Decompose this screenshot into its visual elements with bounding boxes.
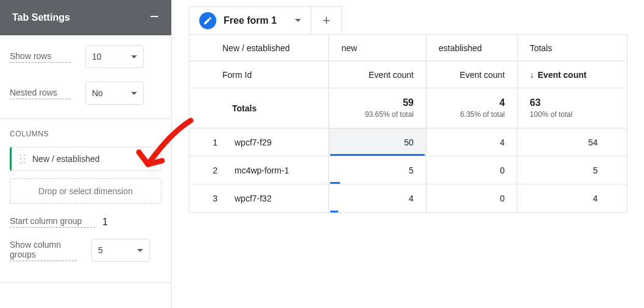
cell-total: 5 xyxy=(593,166,598,175)
show-rows-label: Show rows xyxy=(10,51,71,63)
column-chip-new-established[interactable]: New / established xyxy=(10,147,161,171)
metric-header-est[interactable]: Event count xyxy=(460,70,505,80)
cell-new: 5 xyxy=(409,166,414,175)
totals-total-count: 63 xyxy=(530,97,541,108)
start-column-group-value: 1 xyxy=(102,217,108,228)
bar-indicator xyxy=(330,182,340,184)
table-row[interactable]: 3wpcf7-f32 4 0 4 xyxy=(189,184,627,212)
dimension-header: New / established xyxy=(222,43,290,53)
cell-total: 4 xyxy=(593,194,598,203)
bar-indicator xyxy=(330,211,338,212)
add-tab-button[interactable]: + xyxy=(311,6,342,34)
nested-rows-label: Nested rows xyxy=(10,88,71,99)
col-header-established[interactable]: established xyxy=(439,43,482,53)
table-row[interactable]: 1wpcf7-f29 50 4 54 xyxy=(189,128,627,156)
show-rows-value: 10 xyxy=(92,52,102,61)
show-column-groups-value: 5 xyxy=(98,245,103,255)
nested-rows-value: No xyxy=(92,88,103,98)
edit-icon xyxy=(199,12,216,29)
form-id: mc4wp-form-1 xyxy=(235,166,289,175)
arrow-down-icon: ↓ xyxy=(530,70,534,80)
cell-new: 4 xyxy=(409,194,414,203)
report-area: Free form 1 + New / established new esta… xyxy=(189,6,628,213)
metric-header-new[interactable]: Event count xyxy=(369,70,414,80)
tab-settings-panel: Tab Settings − Show rows 10 Nested rows … xyxy=(0,0,172,308)
totals-total-pct: 100% of total xyxy=(530,110,573,119)
row-index: 1 xyxy=(208,138,218,147)
bar-indicator xyxy=(330,154,425,156)
tab-free-form-1[interactable]: Free form 1 xyxy=(189,6,311,34)
sort-column[interactable]: ↓ Event count xyxy=(530,70,587,80)
collapse-icon[interactable]: − xyxy=(150,9,159,27)
col-header-totals: Totals xyxy=(530,43,553,53)
chevron-down-icon xyxy=(137,249,143,252)
totals-label: Totals xyxy=(232,103,257,113)
chevron-down-icon[interactable] xyxy=(295,19,301,22)
drag-handle-icon[interactable] xyxy=(19,153,26,164)
tab-strip: Free form 1 + xyxy=(189,6,628,34)
totals-new-pct: 93.65% of total xyxy=(365,110,414,119)
row-index: 3 xyxy=(208,194,218,203)
panel-header: Tab Settings − xyxy=(0,0,171,35)
totals-new-count: 59 xyxy=(403,97,414,108)
cell-total: 54 xyxy=(588,138,598,147)
totals-est-count: 4 xyxy=(500,97,505,108)
row-index: 2 xyxy=(208,166,218,175)
tab-label: Free form 1 xyxy=(224,15,277,26)
show-column-groups-select[interactable]: 5 xyxy=(91,239,150,262)
show-rows-select[interactable]: 10 xyxy=(85,45,144,68)
chevron-down-icon xyxy=(131,55,137,58)
table-row[interactable]: 2mc4wp-form-1 5 0 5 xyxy=(189,156,627,184)
cell-est: 0 xyxy=(500,166,505,175)
nested-rows-select[interactable]: No xyxy=(85,82,144,105)
columns-section-label: COLUMNS xyxy=(10,130,161,138)
form-id: wpcf7-f29 xyxy=(235,138,272,147)
totals-est-pct: 6.35% of total xyxy=(460,110,504,119)
chevron-down-icon xyxy=(131,92,137,95)
drop-dimension-zone[interactable]: Drop or select dimension xyxy=(10,178,161,204)
row-header: Form Id xyxy=(222,70,252,80)
form-id: wpcf7-f32 xyxy=(235,194,272,203)
data-table: New / established new established Totals… xyxy=(189,34,628,213)
column-chip-label: New / established xyxy=(32,154,100,164)
panel-title: Tab Settings xyxy=(12,12,70,23)
col-header-new[interactable]: new xyxy=(341,43,357,53)
cell-new: 50 xyxy=(404,138,414,147)
drop-zone-label: Drop or select dimension xyxy=(38,186,133,196)
cell-est: 4 xyxy=(500,138,505,147)
cell-est: 0 xyxy=(500,194,505,203)
show-column-groups-label: Show column groups xyxy=(10,240,77,261)
start-column-group-label: Start column group xyxy=(10,216,95,228)
metric-header-total: Event count xyxy=(538,70,587,80)
